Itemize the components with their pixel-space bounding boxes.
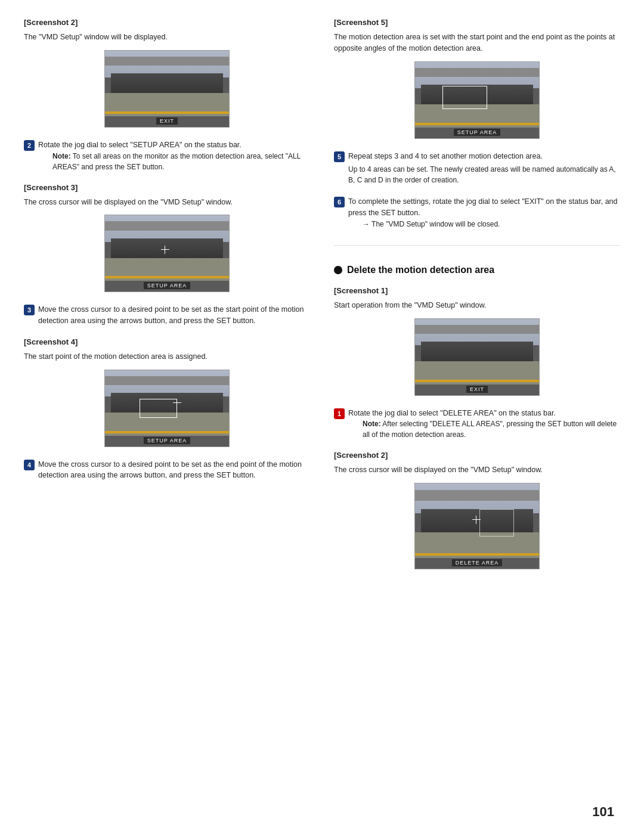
note2-text: To set all areas on the monitor as the m…	[52, 152, 301, 171]
delete-screenshot1-block: [Screenshot 1] Start operation from the …	[334, 286, 620, 399]
left-screenshot2-img-label: EXIT	[156, 117, 178, 125]
step5-text: Repeat steps 3 and 4 to set another moti…	[348, 152, 543, 160]
left-screenshot3-img-label: SETUP AREA	[144, 282, 190, 289]
left-screenshot4-img: SETUP AREA	[104, 370, 230, 447]
step6-text: To complete the settings, rotate the jog…	[348, 197, 618, 217]
step5-item: 5 Repeat steps 3 and 4 to set another mo…	[334, 151, 620, 186]
delete-step1-item: 1 Rotate the jog dial to select "DELETE …	[334, 408, 620, 441]
delete-note-block: Note: After selecting "DELETE ALL AREAS"…	[363, 418, 620, 440]
left-screenshot2-block: [Screenshot 2] The "VMD Setup" window wi…	[24, 18, 310, 131]
page-number: 101	[592, 804, 614, 820]
step4-item: 4 Move the cross cursor to a desired poi…	[24, 459, 310, 482]
delete-screenshot2-img: DELETE AREA	[414, 483, 540, 569]
left-screenshot3-block: [Screenshot 3] The cross cursor will be …	[24, 183, 310, 296]
bullet-circle-icon	[334, 266, 342, 274]
left-screenshot4-img-wrapper: SETUP AREA	[24, 370, 310, 447]
step3-text: Move the cross cursor to a desired point…	[38, 304, 310, 327]
delete-step1-badge: 1	[334, 408, 345, 419]
delete-screenshot1-img-label: EXIT	[466, 386, 488, 393]
left-screenshot3-title: [Screenshot 3]	[24, 183, 310, 192]
delete-screenshot2-img-wrapper: DELETE AREA	[334, 483, 620, 569]
step3-badge: 3	[24, 305, 35, 315]
step5-extra: Up to 4 areas can be set. The newly crea…	[348, 164, 620, 185]
right-screenshot5-img-wrapper: SETUP AREA	[334, 61, 620, 139]
note2-block: Note: To set all areas on the monitor as…	[52, 151, 310, 172]
step4-badge: 4	[24, 460, 35, 470]
delete-section-heading: Delete the motion detection area	[334, 265, 620, 275]
delete-screenshot2-body: The cross cursor will be displayed on th…	[334, 464, 620, 476]
delete-screenshot2-title: [Screenshot 2]	[334, 451, 620, 460]
left-screenshot2-body: The "VMD Setup" window will be displayed…	[24, 32, 310, 43]
delete-note-bold: Note:	[363, 420, 381, 428]
left-screenshot2-title: [Screenshot 2]	[24, 18, 310, 27]
delete-note-text: After selecting "DELETE ALL AREAS", pres…	[363, 420, 617, 439]
delete-screenshot2-img-label: DELETE AREA	[452, 559, 503, 566]
left-screenshot4-block: [Screenshot 4] The start point of the mo…	[24, 337, 310, 451]
right-screenshot5-img: SETUP AREA	[414, 61, 540, 139]
section-divider	[334, 245, 620, 246]
left-screenshot3-img-wrapper: SETUP AREA	[24, 215, 310, 292]
step6-badge: 6	[334, 197, 345, 207]
delete-screenshot1-body: Start operation from the "VMD Setup" win…	[334, 300, 620, 311]
left-screenshot2-img: EXIT	[104, 50, 230, 128]
left-screenshot4-title: [Screenshot 4]	[24, 337, 310, 346]
left-screenshot2-img-wrapper: EXIT	[24, 50, 310, 128]
delete-heading-text: Delete the motion detection area	[347, 265, 494, 275]
step5-badge: 5	[334, 151, 345, 162]
left-screenshot4-img-label: SETUP AREA	[144, 437, 190, 444]
step6-item: 6 To complete the settings, rotate the j…	[334, 196, 620, 230]
step4-text: Move the cross cursor to a desired point…	[38, 459, 310, 482]
delete-screenshot1-img: EXIT	[414, 318, 540, 396]
left-screenshot3-img: SETUP AREA	[104, 215, 230, 292]
note2-bold: Note:	[52, 152, 71, 160]
right-screenshot5-title: [Screenshot 5]	[334, 18, 620, 27]
right-screenshot5-block: [Screenshot 5] The motion detection area…	[334, 18, 620, 142]
step2-item: 2 Rotate the jog dial to select "SETUP A…	[24, 139, 310, 172]
delete-step1-text: Rotate the jog dial to select "DELETE AR…	[348, 409, 556, 417]
step2-text: Rotate the jog dial to select "SETUP ARE…	[38, 141, 242, 149]
right-screenshot5-body: The motion detection area is set with th…	[334, 32, 620, 54]
left-screenshot3-body: The cross cursor will be displayed on th…	[24, 197, 310, 208]
step6-arrow: → The "VMD Setup" window will be closed.	[363, 219, 620, 230]
step3-item: 3 Move the cross cursor to a desired poi…	[24, 304, 310, 327]
delete-screenshot1-title: [Screenshot 1]	[334, 286, 620, 295]
delete-screenshot2-block: [Screenshot 2] The cross cursor will be …	[334, 451, 620, 573]
left-screenshot4-body: The start point of the motion detection …	[24, 351, 310, 362]
step2-badge: 2	[24, 140, 35, 151]
right-screenshot5-img-label: SETUP AREA	[454, 129, 500, 136]
delete-screenshot1-img-wrapper: EXIT	[334, 318, 620, 396]
